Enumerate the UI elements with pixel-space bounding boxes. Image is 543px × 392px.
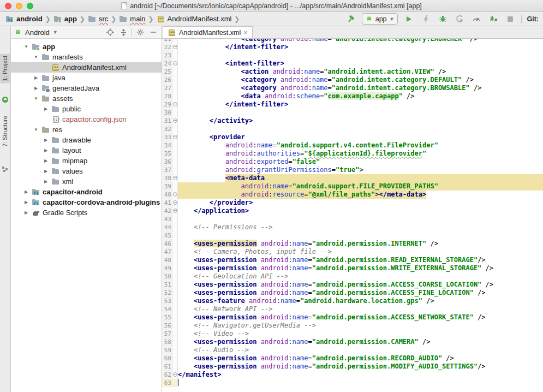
- code-line-46[interactable]: 46 <uses-permission android:name="androi…: [162, 240, 543, 248]
- tree-item-capacitor-cordova-android-plugins[interactable]: ▶capacitor-cordova-android-plugins: [11, 197, 162, 207]
- tree-item-drawable[interactable]: ▶drawable: [11, 135, 162, 145]
- breadcrumb-item-app[interactable]: app: [52, 14, 78, 24]
- tree-expand-arrow-icon[interactable]: ▶: [43, 106, 49, 111]
- tree-item-public[interactable]: ▶public: [11, 104, 162, 114]
- code-line-22[interactable]: 22− </intent-filter>: [162, 43, 543, 51]
- code-line-44[interactable]: 44 <!-- Permissions -->: [162, 223, 543, 231]
- tree-item-values[interactable]: ▶values: [11, 166, 162, 176]
- minimize-window-button[interactable]: [16, 3, 22, 9]
- code-line-26[interactable]: 26 <category android:name="android.inten…: [162, 76, 543, 84]
- code-editor[interactable]: 21 <category android:name="android.inten…: [162, 39, 543, 392]
- fold-marker-icon[interactable]: −: [173, 209, 177, 213]
- tree-expand-arrow-icon[interactable]: ▶: [43, 158, 49, 163]
- apply-changes-button[interactable]: [420, 14, 432, 25]
- code-line-36[interactable]: 36 android:exported="false": [162, 158, 543, 166]
- profile-button[interactable]: [454, 14, 466, 25]
- code-line-62[interactable]: 62−</manifest>: [162, 371, 543, 379]
- code-line-37[interactable]: 37 android:grantUriPermissions="true">: [162, 166, 543, 174]
- tree-item-mipmap[interactable]: ▶mipmap: [11, 156, 162, 166]
- code-line-41[interactable]: 41− </provider>: [162, 199, 543, 207]
- tree-expand-arrow-icon[interactable]: ▶: [33, 75, 39, 80]
- code-line-35[interactable]: 35 android:authorities="${applicationId}…: [162, 150, 543, 158]
- breadcrumb-item-androidmanifest-xml[interactable]: AndroidManifest.xml: [156, 14, 233, 24]
- tree-expand-arrow-icon[interactable]: ▶: [43, 138, 49, 142]
- structure-tool-window-button[interactable]: 7: Structure: [0, 114, 11, 149]
- breadcrumb-item-android[interactable]: android: [4, 14, 44, 24]
- code-line-33[interactable]: 33− <provider: [162, 133, 543, 141]
- code-line-31[interactable]: 31− </activity>: [162, 117, 543, 125]
- code-line-56[interactable]: 56 <!-- Navigator.getUserMedia -->: [162, 322, 543, 330]
- code-line-23[interactable]: 23: [162, 51, 543, 60]
- tree-expand-arrow-icon[interactable]: ▼: [33, 127, 39, 132]
- close-window-button[interactable]: [5, 3, 11, 9]
- code-line-54[interactable]: 54 <!-- Network API -->: [162, 305, 543, 313]
- fold-marker-icon[interactable]: −: [173, 102, 177, 106]
- locate-file-button[interactable]: [105, 27, 115, 37]
- code-line-47[interactable]: 47 <!-- Camera, Photos, input file -->: [162, 248, 543, 256]
- run-configuration-select[interactable]: app ▼: [362, 13, 398, 25]
- code-line-27[interactable]: 27 <category android:name="android.inten…: [162, 84, 543, 92]
- code-line-49[interactable]: 49 <uses-permission android:name="androi…: [162, 264, 543, 272]
- code-line-43[interactable]: 43: [162, 215, 543, 223]
- hide-panel-button[interactable]: [148, 27, 158, 37]
- fold-marker-icon[interactable]: −: [173, 135, 177, 139]
- close-tab-icon[interactable]: ×: [243, 29, 248, 36]
- code-line-53[interactable]: 53 <uses-feature android:name="android.h…: [162, 297, 543, 305]
- code-line-28[interactable]: 28 <data android:scheme="com.example.cap…: [162, 92, 543, 100]
- tree-expand-arrow-icon[interactable]: ▶: [43, 148, 49, 153]
- tree-expand-arrow-icon[interactable]: ▶: [23, 200, 29, 205]
- tree-item-java[interactable]: ▶java: [11, 73, 162, 83]
- tree-item-assets[interactable]: ▼assets: [11, 93, 162, 104]
- run-button[interactable]: [403, 14, 415, 25]
- collapse-all-button[interactable]: [118, 27, 128, 37]
- code-line-34[interactable]: 34 android:name="android.support.v4.cont…: [162, 141, 543, 150]
- code-line-60[interactable]: 60 <uses-permission android:name="androi…: [162, 354, 543, 363]
- code-line-39[interactable]: 39 android:name="android.support.FILE_PR…: [162, 182, 543, 191]
- code-line-63[interactable]: 63: [162, 379, 543, 387]
- tree-item-layout[interactable]: ▶layout: [11, 145, 162, 156]
- code-line-40[interactable]: 40− android:resource="@xml/file_paths"><…: [162, 191, 543, 199]
- fold-marker-icon[interactable]: −: [173, 176, 177, 180]
- code-line-52[interactable]: 52 <uses-permission android:name="androi…: [162, 289, 543, 297]
- fold-marker-icon[interactable]: −: [173, 118, 177, 123]
- project-view-select[interactable]: Android: [25, 28, 50, 37]
- tree-item-capacitor-android[interactable]: ▶capacitor-android: [11, 187, 162, 197]
- code-line-48[interactable]: 48 <uses-permission android:name="androi…: [162, 256, 543, 264]
- tree-expand-arrow-icon[interactable]: ▶: [23, 210, 29, 215]
- fold-marker-icon[interactable]: −: [173, 372, 177, 377]
- tree-expand-arrow-icon[interactable]: ▶: [23, 189, 29, 194]
- code-line-42[interactable]: 42− </application>: [162, 207, 543, 215]
- gear-icon[interactable]: [135, 27, 145, 37]
- code-line-50[interactable]: 50 <!-- Geolocation API -->: [162, 272, 543, 281]
- fold-marker-icon[interactable]: −: [173, 200, 177, 205]
- tree-expand-arrow-icon[interactable]: ▼: [23, 44, 29, 49]
- tree-expand-arrow-icon[interactable]: ▼: [33, 55, 39, 60]
- attach-debugger-button[interactable]: [487, 14, 499, 25]
- tree-expand-arrow-icon[interactable]: ▶: [43, 169, 49, 174]
- breadcrumb-item-src[interactable]: src: [87, 14, 109, 24]
- code-line-38[interactable]: 38− <meta-data: [162, 174, 543, 182]
- tree-item-xml[interactable]: ▶xml: [11, 176, 162, 187]
- tree-item-generatedjava[interactable]: ▶generatedJava: [11, 83, 162, 93]
- code-line-21[interactable]: 21 <category android:name="android.inten…: [162, 39, 543, 43]
- fold-marker-icon[interactable]: −: [173, 61, 177, 66]
- tree-item-res[interactable]: ▼res: [11, 124, 162, 135]
- code-line-30[interactable]: 30: [162, 109, 543, 117]
- code-line-45[interactable]: 45: [162, 231, 543, 240]
- profiler-button[interactable]: [470, 14, 482, 25]
- zoom-window-button[interactable]: [27, 3, 33, 9]
- tree-item-manifests[interactable]: ▼manifests: [11, 52, 162, 62]
- code-line-32[interactable]: 32: [162, 125, 543, 133]
- tree-item-capacitor-config-json[interactable]: capacitor.config.json: [11, 114, 162, 124]
- code-line-29[interactable]: 29− </intent-filter>: [162, 100, 543, 109]
- fold-marker-icon[interactable]: −: [173, 192, 177, 197]
- tab-androidmanifest[interactable]: AndroidManifest.xml ×: [163, 26, 253, 38]
- tree-item-gradle-scripts[interactable]: ▶Gradle Scripts: [11, 207, 162, 218]
- code-line-24[interactable]: 24− <intent-filter>: [162, 60, 543, 68]
- fold-marker-icon[interactable]: −: [173, 45, 177, 49]
- tree-item-androidmanifest-xml[interactable]: AndroidManifest.xml: [11, 62, 162, 73]
- build-button[interactable]: [345, 14, 357, 25]
- stop-button[interactable]: [504, 14, 516, 25]
- code-line-55[interactable]: 55 <uses-permission android:name="androi…: [162, 313, 543, 322]
- code-line-58[interactable]: 58 <uses-permission android:name="androi…: [162, 338, 543, 346]
